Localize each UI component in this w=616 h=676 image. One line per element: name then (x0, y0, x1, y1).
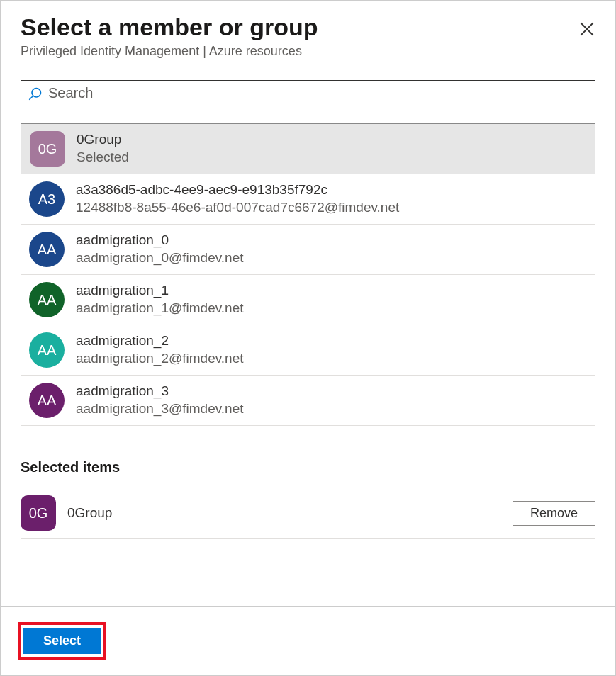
result-name: aadmigration_2 (76, 332, 587, 350)
close-icon (578, 21, 595, 38)
result-name: a3a386d5-adbc-4ee9-aec9-e913b35f792c (76, 181, 587, 199)
avatar: AA (29, 282, 65, 317)
avatar: 0G (30, 131, 65, 167)
panel-header: Select a member or group Privileged Iden… (1, 1, 615, 66)
panel-footer: Select (1, 606, 615, 675)
result-name: aadmigration_1 (76, 282, 587, 300)
result-text: aadmigration_0aadmigration_0@fimdev.net (76, 232, 587, 266)
result-text: aadmigration_2aadmigration_2@fimdev.net (76, 332, 587, 367)
result-row[interactable]: A3a3a386d5-adbc-4ee9-aec9-e913b35f792c12… (21, 174, 595, 225)
select-button[interactable]: Select (23, 628, 101, 654)
avatar: AA (29, 332, 65, 368)
search-icon (28, 86, 43, 101)
svg-line-3 (29, 96, 33, 99)
search-box[interactable] (21, 80, 595, 106)
result-sub: aadmigration_1@fimdev.net (76, 300, 587, 317)
result-row[interactable]: AAaadmigration_3aadmigration_3@fimdev.ne… (21, 376, 595, 426)
result-sub: aadmigration_2@fimdev.net (76, 350, 587, 368)
result-row[interactable]: AAaadmigration_1aadmigration_1@fimdev.ne… (21, 275, 595, 325)
selected-row: 0G0GroupRemove (21, 488, 595, 539)
avatar: A3 (29, 181, 65, 217)
result-sub: aadmigration_0@fimdev.net (76, 249, 587, 267)
result-sub: 12488fb8-8a55-46e6-af0d-007cad7c6672@fim… (76, 199, 587, 217)
result-name: 0Group (77, 131, 586, 149)
result-name: aadmigration_3 (76, 383, 587, 400)
avatar: 0G (21, 495, 56, 531)
remove-button[interactable]: Remove (513, 501, 595, 526)
result-row[interactable]: AAaadmigration_0aadmigration_0@fimdev.ne… (21, 225, 595, 275)
result-sub: aadmigration_3@fimdev.net (76, 400, 587, 418)
results-list[interactable]: 0G0GroupSelectedA3a3a386d5-adbc-4ee9-aec… (21, 123, 595, 442)
panel-title: Select a member or group (21, 13, 595, 41)
result-row[interactable]: 0G0GroupSelected (21, 123, 595, 174)
selected-name: 0Group (67, 505, 513, 521)
select-button-highlight: Select (18, 622, 106, 660)
search-input[interactable] (48, 85, 588, 101)
panel-subtitle: Privileged Identity Management | Azure r… (21, 44, 595, 59)
close-button[interactable] (578, 21, 595, 38)
result-sub: Selected (77, 149, 586, 167)
result-text: a3a386d5-adbc-4ee9-aec9-e913b35f792c1248… (76, 181, 587, 216)
svg-point-2 (32, 88, 41, 97)
avatar: AA (29, 232, 65, 267)
result-name: aadmigration_0 (76, 232, 587, 249)
result-text: aadmigration_1aadmigration_1@fimdev.net (76, 282, 587, 317)
result-text: 0GroupSelected (77, 131, 586, 166)
selected-section: Selected items 0G0GroupRemove (21, 442, 595, 546)
result-row[interactable]: AAaadmigration_2aadmigration_2@fimdev.ne… (21, 325, 595, 376)
result-text: aadmigration_3aadmigration_3@fimdev.net (76, 383, 587, 417)
avatar: AA (29, 383, 65, 418)
selected-heading: Selected items (21, 459, 595, 475)
